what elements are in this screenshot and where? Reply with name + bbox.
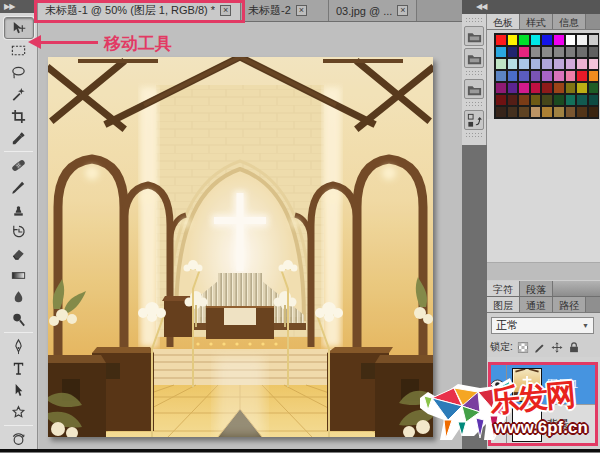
color-swatch[interactable] [507, 34, 519, 46]
history-brush-tool[interactable] [4, 220, 34, 242]
color-swatch[interactable] [553, 82, 565, 94]
magic-wand-tool[interactable] [4, 83, 34, 105]
document-tab-1[interactable]: 未标题-1 @ 50% (图层 1, RGB/8) *× [38, 0, 241, 21]
color-swatch[interactable] [518, 58, 530, 70]
color-swatch[interactable] [588, 94, 600, 106]
color-swatch[interactable] [507, 82, 519, 94]
color-swatch[interactable] [565, 106, 577, 118]
color-swatch[interactable] [530, 46, 542, 58]
collapsed-panel-icon-1[interactable] [464, 26, 484, 46]
layer-thumbnail[interactable] [512, 408, 542, 442]
color-swatch[interactable] [495, 106, 507, 118]
color-swatch[interactable] [553, 70, 565, 82]
color-swatch[interactable] [576, 58, 588, 70]
color-swatch[interactable] [541, 82, 553, 94]
color-swatch[interactable] [518, 94, 530, 106]
color-swatch[interactable] [553, 46, 565, 58]
color-swatch[interactable] [553, 58, 565, 70]
brush-tool[interactable] [4, 176, 34, 198]
expand-dock-right-icon[interactable]: ▶▶ [0, 0, 37, 13]
color-swatch[interactable] [553, 94, 565, 106]
lock-position-icon[interactable] [550, 340, 564, 354]
dodge-tool[interactable] [4, 308, 34, 330]
layer-visibility-eye-icon[interactable] [489, 405, 507, 444]
eyedropper-tool[interactable] [4, 127, 34, 149]
custom-shape-tool[interactable] [4, 401, 34, 423]
rectangular-marquee-tool[interactable] [4, 39, 34, 61]
lock-image-icon[interactable] [533, 340, 547, 354]
color-swatch[interactable] [518, 82, 530, 94]
lasso-tool[interactable] [4, 61, 34, 83]
color-swatch[interactable] [530, 82, 542, 94]
path-selection-tool[interactable] [4, 379, 34, 401]
color-swatch[interactable] [588, 70, 600, 82]
layer-row[interactable]: 背景 [489, 405, 598, 445]
color-swatch[interactable] [495, 70, 507, 82]
layers-tab[interactable]: 通道 [520, 297, 553, 312]
color-swatch[interactable] [541, 46, 553, 58]
color-swatch[interactable] [541, 70, 553, 82]
collapsed-panel-icon-3[interactable] [464, 79, 484, 99]
color-swatch[interactable] [576, 106, 588, 118]
color-swatch[interactable] [588, 82, 600, 94]
color-swatch[interactable] [565, 94, 577, 106]
charpara-tab[interactable]: 段落 [520, 281, 553, 296]
color-swatch[interactable] [507, 70, 519, 82]
layer-visibility-eye-icon[interactable] [489, 365, 507, 404]
color-swatch[interactable] [495, 94, 507, 106]
color-swatch[interactable] [576, 46, 588, 58]
color-swatch[interactable] [565, 82, 577, 94]
color-swatch[interactable] [541, 94, 553, 106]
layer-row[interactable]: 图层 1 [489, 365, 598, 405]
color-swatch[interactable] [565, 46, 577, 58]
blend-mode-select[interactable]: 正常 ▼ [491, 317, 594, 334]
layers-tab[interactable]: 图层 [487, 297, 520, 312]
swatches-tab[interactable]: 色板 [487, 14, 520, 29]
color-swatch[interactable] [565, 34, 577, 46]
color-swatch[interactable] [576, 70, 588, 82]
lock-transparency-icon[interactable] [516, 340, 530, 354]
color-swatch[interactable] [541, 58, 553, 70]
color-swatch[interactable] [495, 82, 507, 94]
close-icon[interactable]: × [220, 5, 231, 16]
color-swatch[interactable] [518, 106, 530, 118]
eraser-tool[interactable] [4, 242, 34, 264]
gradient-tool[interactable] [4, 264, 34, 286]
color-swatch[interactable] [588, 58, 600, 70]
document-tab-2[interactable]: 未标题-2× [241, 0, 329, 21]
color-swatch[interactable] [518, 34, 530, 46]
color-swatch[interactable] [553, 34, 565, 46]
color-swatch[interactable] [530, 94, 542, 106]
swatches-tab[interactable]: 样式 [520, 14, 553, 29]
color-swatch[interactable] [541, 34, 553, 46]
layers-tab[interactable]: 路径 [553, 297, 586, 312]
color-swatch[interactable] [588, 34, 600, 46]
color-swatch[interactable] [576, 34, 588, 46]
color-swatch[interactable] [495, 34, 507, 46]
color-swatch[interactable] [530, 34, 542, 46]
spot-healing-brush-tool[interactable] [4, 154, 34, 176]
type-tool[interactable] [4, 357, 34, 379]
color-swatch[interactable] [518, 46, 530, 58]
document-tab-3[interactable]: 03.jpg @ ...× [329, 0, 417, 21]
color-swatch[interactable] [495, 46, 507, 58]
collapsed-panel-icon-2[interactable] [464, 48, 484, 68]
color-swatch[interactable] [507, 46, 519, 58]
color-swatch[interactable] [530, 58, 542, 70]
color-swatch[interactable] [553, 106, 565, 118]
color-swatch[interactable] [495, 58, 507, 70]
clone-stamp-tool[interactable] [4, 198, 34, 220]
blur-tool[interactable] [4, 286, 34, 308]
color-swatch[interactable] [565, 70, 577, 82]
pen-tool[interactable] [4, 335, 34, 357]
layer-comps-panel-icon[interactable] [464, 110, 484, 130]
color-swatch[interactable] [541, 106, 553, 118]
color-swatch[interactable] [507, 58, 519, 70]
color-swatch[interactable] [507, 94, 519, 106]
layer-thumbnail[interactable] [512, 368, 542, 402]
color-swatch[interactable] [576, 94, 588, 106]
color-swatch[interactable] [565, 58, 577, 70]
color-swatch[interactable] [588, 106, 600, 118]
move-tool[interactable] [4, 17, 34, 39]
3d-rotate-tool[interactable] [4, 428, 34, 450]
